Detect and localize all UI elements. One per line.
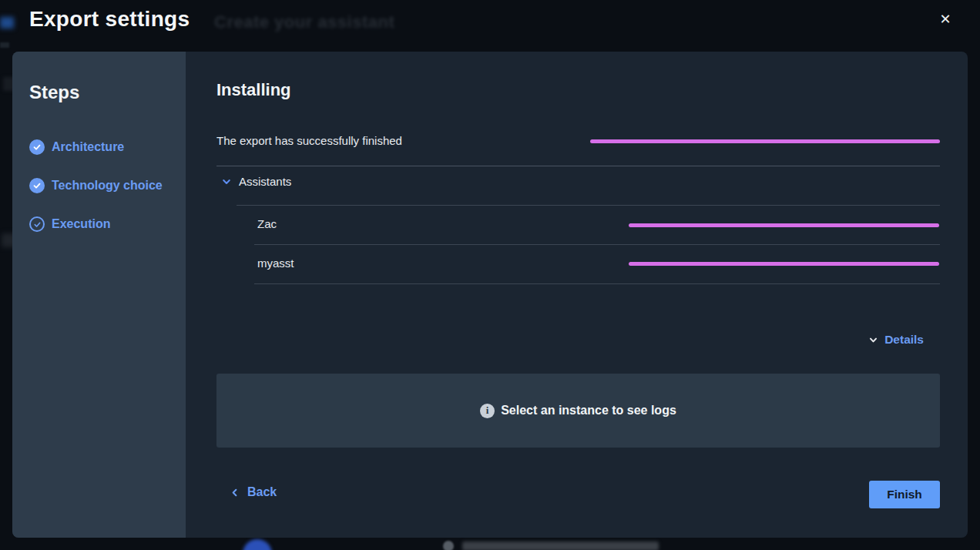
background-blur-shape [462, 542, 659, 550]
step-execution[interactable]: Execution [29, 215, 110, 233]
page-title: Installing [216, 80, 291, 100]
close-icon[interactable]: ✕ [933, 7, 958, 32]
assistant-row-name: myasst [257, 257, 294, 270]
details-toggle[interactable]: Details [868, 333, 924, 347]
divider [237, 205, 940, 206]
logs-placeholder-text: Select an instance to see logs [501, 404, 676, 418]
assistants-group-label: Assistants [239, 175, 291, 188]
export-settings-dialog: Steps Architecture Technology choice Exe… [12, 52, 968, 538]
step-label: Technology choice [52, 179, 163, 193]
divider [254, 244, 940, 245]
background-blur-shape [0, 42, 9, 48]
back-button[interactable]: Back [230, 483, 277, 501]
background-blur-shape [0, 17, 14, 29]
logs-placeholder-panel: i Select an instance to see logs [216, 374, 940, 448]
assistant-progress-bar [629, 223, 939, 227]
step-technology-choice[interactable]: Technology choice [29, 176, 163, 195]
details-label: Details [884, 333, 924, 347]
wizard-main-content: Installing The export has successfully f… [186, 52, 968, 538]
divider [254, 283, 940, 284]
chevron-down-icon [221, 176, 232, 187]
background-blur-shape [243, 539, 272, 550]
step-architecture[interactable]: Architecture [29, 138, 124, 156]
step-label: Architecture [52, 140, 124, 154]
dialog-title: Export settings [29, 7, 190, 32]
chevron-down-icon [868, 335, 878, 345]
check-circle-outline-icon [29, 216, 45, 232]
divider [216, 166, 940, 166]
background-page-title: Create your assistant [214, 12, 394, 32]
steps-sidebar: Steps Architecture Technology choice Exe… [12, 52, 186, 538]
steps-heading: Steps [29, 82, 79, 103]
back-label: Back [247, 485, 277, 499]
step-label: Execution [52, 217, 110, 231]
finish-button[interactable]: Finish [869, 481, 940, 508]
assistant-row-name: Zac [257, 217, 277, 230]
check-circle-icon [29, 178, 45, 193]
assistant-progress-bar [629, 262, 939, 266]
assistants-group-toggle[interactable]: Assistants [221, 175, 291, 188]
export-status-text: The export has successfully finished [216, 134, 402, 147]
info-icon: i [480, 404, 495, 418]
background-blur-shape [443, 541, 454, 550]
overall-progress-bar [590, 139, 940, 143]
chevron-left-icon [230, 488, 240, 498]
check-circle-icon [29, 139, 45, 155]
